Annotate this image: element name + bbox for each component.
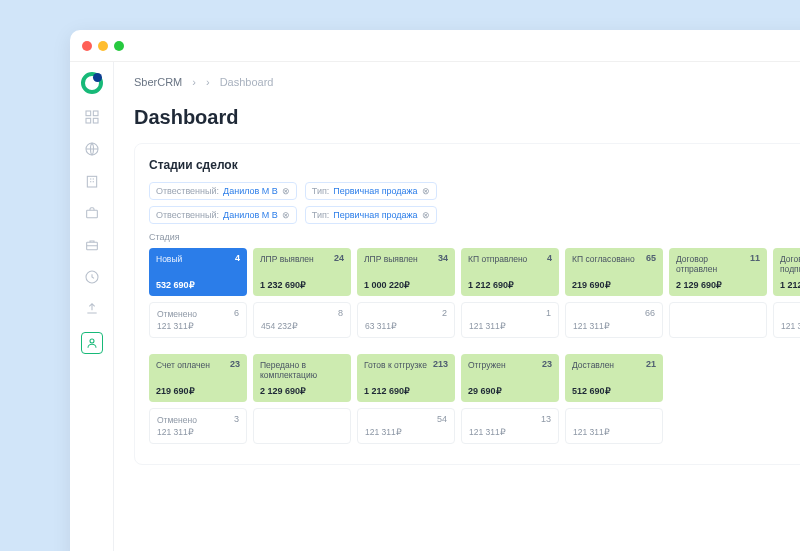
- cancel-card[interactable]: 263 311₽: [357, 302, 455, 338]
- stage-card[interactable]: Передано в комплектацию2 129 690₽: [253, 354, 351, 402]
- cancel-amount: 454 232₽: [261, 321, 343, 331]
- filter-label: Тип:: [312, 186, 330, 196]
- dashboard-icon[interactable]: [83, 108, 101, 126]
- stage-title: КП отправлено: [468, 254, 538, 264]
- cancel-amount: 121 311₽: [157, 427, 239, 437]
- cancel-card[interactable]: 66121 311₽: [565, 302, 663, 338]
- stage-card[interactable]: ЛПР выявлен241 232 690₽: [253, 248, 351, 296]
- stage-card[interactable]: Доставлен21512 690₽: [565, 354, 663, 402]
- stage-count: 11: [750, 253, 760, 263]
- panel-title: Стадии сделок: [149, 158, 795, 172]
- stage-count: 34: [438, 253, 448, 263]
- cancel-card[interactable]: 54121 311₽: [357, 408, 455, 444]
- upload-icon[interactable]: [83, 300, 101, 318]
- page-title: Dashboard: [134, 106, 800, 129]
- filter-type[interactable]: Тип: Первичная продажа ⊗: [305, 182, 437, 200]
- close-icon[interactable]: ⊗: [422, 210, 430, 220]
- cancel-amount: 121 311₽: [573, 321, 655, 331]
- cancel-count: 3: [234, 414, 239, 424]
- breadcrumbs: SberCRM › › Dashboard: [134, 62, 800, 102]
- stage-card[interactable]: Отгружен2329 690₽: [461, 354, 559, 402]
- mac-titlebar: [70, 30, 800, 62]
- cancel-card[interactable]: 13121 311₽: [461, 408, 559, 444]
- stage-title: Доставлен: [572, 360, 642, 370]
- office-icon[interactable]: [83, 172, 101, 190]
- stage-amount: 1 212 690₽: [468, 280, 552, 290]
- filter-type[interactable]: Тип: Первичная продажа ⊗: [305, 206, 437, 224]
- cancel-amount: 121 311₽: [469, 321, 551, 331]
- stage-amount: 219 690₽: [572, 280, 656, 290]
- cancel-count: 54: [437, 414, 447, 424]
- stage-card[interactable]: ЛПР выявлен341 000 220₽: [357, 248, 455, 296]
- svg-rect-6: [86, 210, 97, 217]
- clock-icon[interactable]: [83, 268, 101, 286]
- filter-label: Тип:: [312, 210, 330, 220]
- stage-count: 4: [235, 253, 240, 263]
- filter-value: Данилов М В: [223, 186, 278, 196]
- stage-card[interactable]: Готов к отгрузке2131 212 690₽: [357, 354, 455, 402]
- sidebar: [70, 62, 114, 551]
- stage-amount: 1 212 690₽: [780, 280, 800, 290]
- close-icon[interactable]: ⊗: [422, 186, 430, 196]
- stage-card[interactable]: Новый4532 690₽: [149, 248, 247, 296]
- briefcase-alt-icon[interactable]: [83, 236, 101, 254]
- close-window-icon[interactable]: [82, 41, 92, 51]
- stages-panel: Стадии сделок Отвественный: Данилов М В …: [134, 143, 800, 465]
- stage-count: 24: [334, 253, 344, 263]
- stage-title: КП согласовано: [572, 254, 642, 264]
- cancel-title: Отменено: [157, 309, 227, 319]
- cancel-card[interactable]: Отменено3121 311₽: [149, 408, 247, 444]
- maximize-window-icon[interactable]: [114, 41, 124, 51]
- stage-row-2: Счет оплачен23219 690₽Передано в комплек…: [149, 354, 795, 402]
- briefcase-icon[interactable]: [83, 204, 101, 222]
- stage-row-1: Новый4532 690₽ЛПР выявлен241 232 690₽ЛПР…: [149, 248, 795, 296]
- cancel-count: 6: [234, 308, 239, 318]
- svg-rect-2: [86, 118, 91, 123]
- stage-title: Новый: [156, 254, 226, 264]
- stage-card[interactable]: КП согласовано65219 690₽: [565, 248, 663, 296]
- cancel-card[interactable]: [669, 302, 767, 338]
- globe-icon[interactable]: [83, 140, 101, 158]
- filter-row-1: Отвественный: Данилов М В ⊗ Тип: Первичн…: [149, 182, 795, 200]
- app-logo-icon[interactable]: [81, 72, 103, 94]
- cancel-count: 13: [541, 414, 551, 424]
- cancel-card[interactable]: 121 311₽: [773, 302, 800, 338]
- svg-rect-1: [93, 111, 98, 116]
- stage-count: 213: [433, 359, 448, 369]
- cancel-card[interactable]: 1121 311₽: [461, 302, 559, 338]
- stage-count: 23: [230, 359, 240, 369]
- cancel-amount: 121 311₽: [781, 321, 800, 331]
- stage-label: Стадия: [149, 232, 795, 242]
- stage-card[interactable]: КП отправлено41 212 690₽: [461, 248, 559, 296]
- cancel-count: 1: [546, 308, 551, 318]
- stage-card[interactable]: Договор подписан1 212 690₽: [773, 248, 800, 296]
- filter-responsible[interactable]: Отвественный: Данилов М В ⊗: [149, 206, 297, 224]
- cancel-amount: 121 311₽: [157, 321, 239, 331]
- cancel-card[interactable]: 8454 232₽: [253, 302, 351, 338]
- stage-title: Передано в комплектацию: [260, 360, 330, 380]
- stage-title: Договор подписан: [780, 254, 800, 274]
- filter-value: Первичная продажа: [333, 186, 417, 196]
- stage-card[interactable]: Договор отправлен112 129 690₽: [669, 248, 767, 296]
- stage-count: 23: [542, 359, 552, 369]
- main-content: SberCRM › › Dashboard Dashboard Стадии с…: [114, 62, 800, 551]
- filter-row-2: Отвественный: Данилов М В ⊗ Тип: Первичн…: [149, 206, 795, 224]
- breadcrumb-root[interactable]: SberCRM: [134, 76, 182, 88]
- stage-count: 65: [646, 253, 656, 263]
- close-icon[interactable]: ⊗: [282, 210, 290, 220]
- cancel-card[interactable]: [253, 408, 351, 444]
- filter-label: Отвественный:: [156, 186, 219, 196]
- cancel-card[interactable]: 121 311₽: [565, 408, 663, 444]
- contact-icon[interactable]: [81, 332, 103, 354]
- cancel-card[interactable]: Отменено6121 311₽: [149, 302, 247, 338]
- breadcrumb-current: Dashboard: [220, 76, 274, 88]
- stage-card[interactable]: Счет оплачен23219 690₽: [149, 354, 247, 402]
- cancel-count: 66: [645, 308, 655, 318]
- cancel-row-2: Отменено3121 311₽54121 311₽13121 311₽121…: [149, 408, 795, 444]
- close-icon[interactable]: ⊗: [282, 186, 290, 196]
- filter-responsible[interactable]: Отвественный: Данилов М В ⊗: [149, 182, 297, 200]
- minimize-window-icon[interactable]: [98, 41, 108, 51]
- cancel-amount: 121 311₽: [365, 427, 447, 437]
- svg-rect-5: [87, 176, 96, 187]
- stage-amount: 1 212 690₽: [364, 386, 448, 396]
